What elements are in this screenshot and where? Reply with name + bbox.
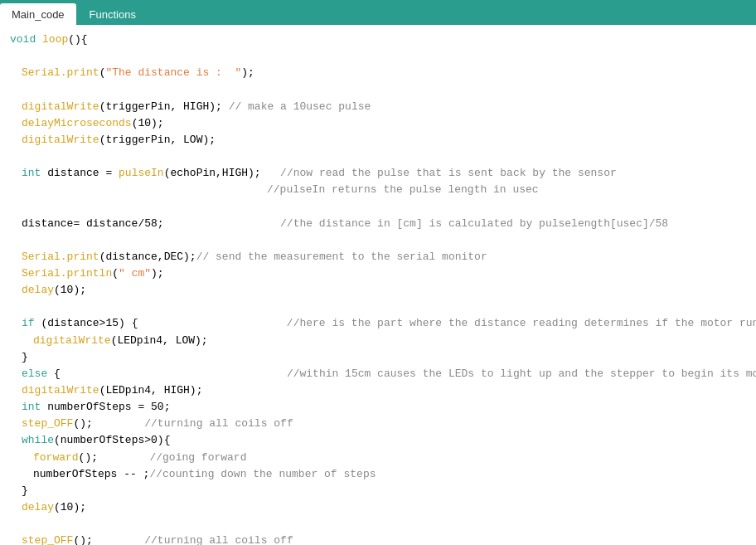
code-line-3: digitalWrite(triggerPin, HIGH); // make … (10, 99, 746, 115)
code-line-9: Serial.print(distance,DEC);// send the m… (10, 249, 746, 265)
tab-main-code-label: Main_code (12, 8, 65, 21)
code-line-24: step_OFF(); //turning all coils off (10, 533, 746, 545)
code-line-10: Serial.println(" cm"); (10, 265, 746, 282)
code-line-15: else { //within 15cm causes the LEDs to … (10, 366, 746, 382)
code-line-16: digitalWrite(LEDpin4, HIGH); (10, 382, 746, 399)
tab-bar: Main_code Functions (0, 0, 756, 25)
code-line-12: if (distance>15) { //here is the part wh… (10, 315, 746, 332)
code-line-8: distance= distance/58; //the distance in… (10, 216, 746, 232)
code-line-1: void loop(){ (10, 32, 746, 48)
code-line-21: numberOfSteps -- ;//counting down the nu… (10, 466, 746, 483)
tab-functions[interactable]: Functions (78, 3, 148, 25)
code-line-19: while(numberOfSteps>0){ (10, 432, 746, 449)
code-line-11: delay(10); (10, 282, 746, 299)
code-line-20: forward(); //going forward (10, 450, 746, 466)
code-line-22: } (10, 483, 746, 499)
code-empty-1 (10, 48, 746, 65)
code-line-2: Serial.print("The distance is : "); (10, 65, 746, 81)
tab-functions-label: Functions (90, 8, 136, 21)
code-editor[interactable]: void loop(){ Serial.print("The distance … (0, 25, 756, 545)
code-line-23: delay(10); (10, 499, 746, 516)
tab-main-code[interactable]: Main_code (0, 3, 76, 25)
code-line-5: digitalWrite(triggerPin, LOW); (10, 132, 746, 148)
code-empty-7 (10, 516, 746, 533)
code-empty-3 (10, 148, 746, 165)
code-line-18: step_OFF(); //turning all coils off (10, 416, 746, 432)
code-line-14: } (10, 349, 746, 366)
code-line-4: delayMicroseconds(10); (10, 115, 746, 132)
code-empty-2 (10, 81, 746, 98)
code-line-6: int distance = pulseIn(echoPin,HIGH); //… (10, 165, 746, 182)
code-empty-6 (10, 299, 746, 315)
code-empty-5 (10, 232, 746, 249)
code-line-13: digitalWrite(LEDpin4, LOW); (10, 333, 746, 349)
code-line-7: //pulseIn returns the pulse length in us… (10, 182, 746, 198)
code-line-17: int numberOfSteps = 50; (10, 399, 746, 416)
code-empty-4 (10, 198, 746, 215)
